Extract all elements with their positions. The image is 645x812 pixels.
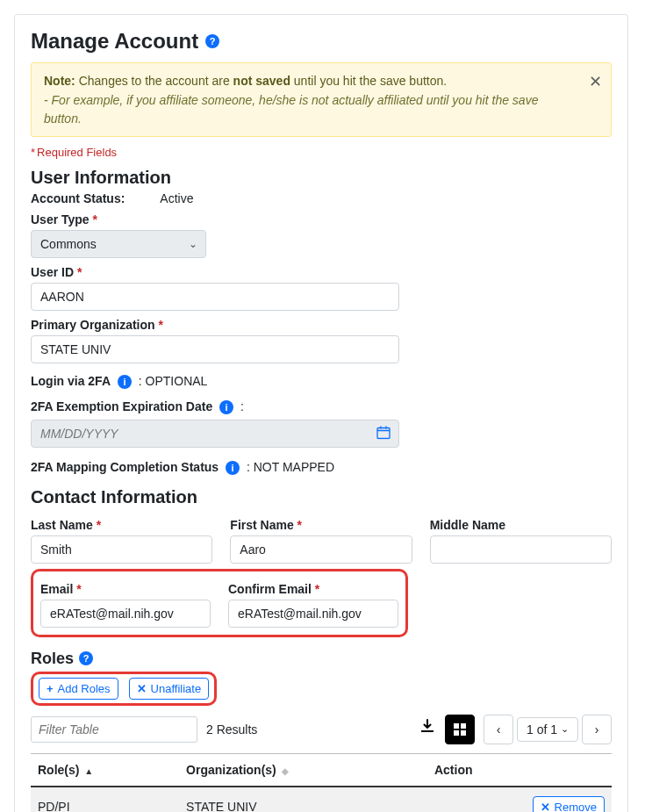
exemption-date-input	[31, 420, 399, 448]
close-icon[interactable]: ✕	[589, 70, 602, 93]
confirm-email-input[interactable]	[228, 600, 398, 628]
mapping-row: 2FA Mapping Completion Status i : NOT MA…	[31, 460, 612, 475]
login-2fa-row: Login via 2FA i : OPTIONAL	[31, 374, 612, 389]
alert-example: - For example, if you affiliate someone,…	[44, 91, 576, 127]
chevron-down-icon: ⌄	[561, 723, 569, 735]
remove-button[interactable]: ✕ Remove	[533, 796, 605, 812]
calendar-icon[interactable]	[376, 425, 391, 442]
exemption-colon: :	[240, 399, 244, 413]
email-label: Email	[40, 582, 211, 596]
required-fields-note: Required Fields	[31, 146, 612, 159]
page-title-text: Manage Account	[31, 29, 198, 54]
col-roles[interactable]: Role(s) ▲	[31, 753, 179, 787]
contact-info-heading: Contact Information	[31, 487, 612, 507]
last-name-input	[31, 535, 212, 564]
account-status-label: Account Status:	[31, 191, 125, 205]
table-row: PD/PI STATE UNIV ✕ Remove	[31, 787, 612, 812]
filter-table-input[interactable]	[31, 716, 197, 743]
svg-rect-0	[377, 428, 390, 438]
primary-org-label: Primary Organization	[31, 318, 612, 332]
alert-text-after: until you hit the save button.	[294, 74, 447, 88]
chevron-left-icon: ‹	[497, 722, 501, 737]
prev-page-button[interactable]: ‹	[484, 715, 513, 744]
mapping-status: : NOT MAPPED	[247, 460, 334, 474]
primary-org-input	[31, 335, 399, 363]
add-roles-button[interactable]: + Add Roles	[39, 678, 118, 700]
x-icon: ✕	[137, 682, 147, 695]
note-alert: ✕ Note: Changes to the account are not s…	[31, 62, 612, 137]
login-2fa-label: Login via 2FA	[31, 374, 111, 388]
col-orgs[interactable]: Organization(s) ◆	[179, 753, 427, 787]
roles-heading: Roles ?	[31, 650, 612, 668]
unaffiliate-label: Unaffiliate	[151, 682, 202, 695]
sort-asc-icon: ▲	[84, 766, 93, 776]
sort-icon: ◆	[282, 766, 289, 776]
login-2fa-status: : OPTIONAL	[139, 374, 208, 388]
grid-view-icon[interactable]	[445, 715, 475, 744]
alert-lead: Note:	[44, 74, 75, 88]
user-type-label: User Type	[31, 212, 612, 226]
next-page-button[interactable]: ›	[582, 715, 612, 744]
manage-account-panel: Manage Account ? ✕ Note: Changes to the …	[14, 14, 628, 812]
first-name-input	[230, 535, 412, 564]
middle-name-label: Middle Name	[430, 518, 612, 532]
account-status-row: Account Status: Active	[31, 191, 612, 205]
svg-rect-7	[461, 730, 466, 736]
col-orgs-label: Organization(s)	[186, 763, 276, 777]
unaffiliate-button[interactable]: ✕ Unaffiliate	[129, 678, 210, 700]
exemption-row: 2FA Exemption Expiration Date i :	[31, 399, 612, 414]
info-icon[interactable]: i	[226, 461, 240, 475]
help-icon[interactable]: ?	[79, 651, 93, 665]
x-icon: ✕	[541, 801, 550, 812]
download-icon[interactable]	[419, 718, 436, 740]
user-id-label: User ID	[31, 265, 612, 279]
add-roles-label: Add Roles	[58, 682, 111, 695]
info-icon[interactable]: i	[219, 400, 233, 414]
account-status-value: Active	[160, 191, 193, 205]
plus-icon: +	[47, 682, 54, 695]
page-title: Manage Account ?	[31, 29, 612, 54]
results-count: 2 Results	[206, 722, 257, 737]
email-input[interactable]	[40, 600, 211, 628]
confirm-email-label: Confirm Email	[228, 582, 398, 596]
roles-heading-text: Roles	[31, 650, 74, 668]
col-roles-label: Role(s)	[38, 763, 79, 777]
first-name-label: First Name	[230, 518, 412, 532]
help-icon[interactable]: ?	[205, 34, 219, 48]
roles-table: Role(s) ▲ Organization(s) ◆ Action PD/PI…	[31, 753, 612, 812]
page-label: 1 of 1	[527, 722, 557, 737]
user-info-heading: User Information	[31, 168, 612, 188]
chevron-right-icon: ›	[595, 722, 599, 737]
user-type-select[interactable]: Commons	[31, 230, 206, 258]
alert-strong: not saved	[233, 74, 290, 88]
svg-rect-6	[454, 730, 459, 736]
last-name-label: Last Name	[31, 518, 212, 532]
alert-text-before: Changes to the account are	[79, 74, 230, 88]
svg-rect-4	[454, 723, 459, 729]
svg-rect-5	[461, 723, 466, 729]
user-id-input	[31, 283, 399, 311]
cell-role: PD/PI	[31, 787, 179, 812]
exemption-label: 2FA Exemption Expiration Date	[31, 399, 212, 413]
page-selector[interactable]: 1 of 1 ⌄	[517, 717, 578, 742]
info-icon[interactable]: i	[118, 375, 132, 389]
middle-name-input	[430, 535, 612, 564]
cell-org: STATE UNIV	[179, 787, 427, 812]
remove-label: Remove	[555, 801, 597, 812]
mapping-label: 2FA Mapping Completion Status	[31, 460, 219, 474]
col-action: Action	[427, 753, 612, 787]
